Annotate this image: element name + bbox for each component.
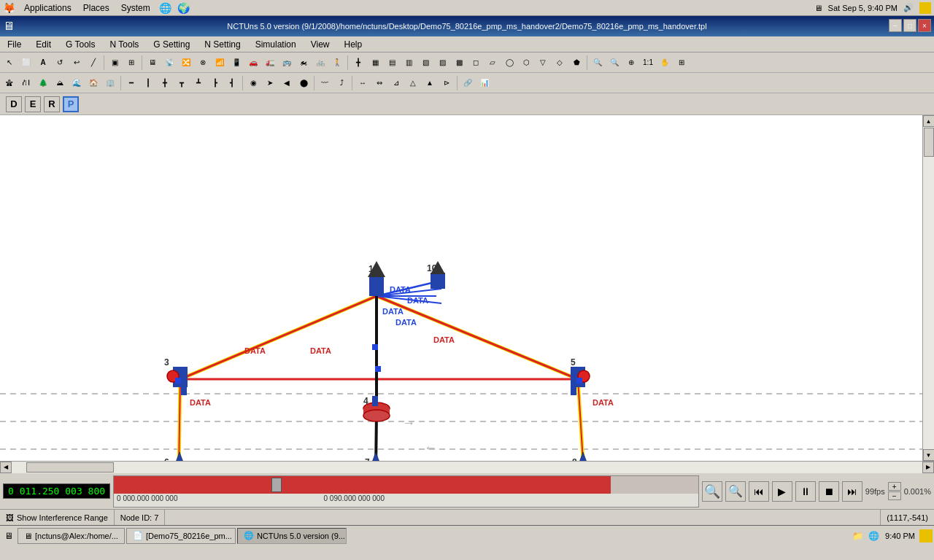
text-tool[interactable]: A xyxy=(35,55,51,71)
zoom-reset-btn[interactable]: 1:1 xyxy=(640,55,656,71)
node-car[interactable]: 🚗 xyxy=(245,55,261,71)
misc-tool-6[interactable]: ⊳ xyxy=(439,75,455,91)
vertical-scrollbar[interactable]: ▲ ▼ xyxy=(922,115,934,461)
road-seg-7[interactable]: ┫ xyxy=(224,75,240,91)
zoom-fit-btn[interactable]: ⊕ xyxy=(623,55,639,71)
line-tool[interactable]: ╱ xyxy=(85,55,101,71)
road-seg-2[interactable]: ┃ xyxy=(140,75,156,91)
stop-button[interactable]: ⏹ xyxy=(819,481,839,502)
menu-simulation[interactable]: Simulation xyxy=(251,39,301,50)
maximize-button[interactable]: □ xyxy=(903,19,916,32)
path-tool-2[interactable]: ⤴ xyxy=(333,75,350,91)
scroll-track[interactable] xyxy=(923,127,935,449)
grid-tool[interactable]: ⊞ xyxy=(674,55,690,71)
misc-tool-3[interactable]: ⊿ xyxy=(388,75,404,91)
terrain-3[interactable]: 🌊 xyxy=(69,75,85,91)
conn-tool-1[interactable]: ╋ xyxy=(350,55,366,71)
menu-file[interactable]: File xyxy=(3,39,26,50)
terrain-4[interactable]: 🏠 xyxy=(85,75,101,91)
scroll-thumb[interactable] xyxy=(924,128,934,157)
volume-icon[interactable]: 🔊 xyxy=(903,3,914,12)
horizontal-scrollbar[interactable]: ◀ ▶ xyxy=(0,461,934,472)
network-canvas[interactable]: → ← xyxy=(0,115,922,461)
zoom-in-btn[interactable]: 🔍 xyxy=(590,55,606,71)
goto-end-button[interactable]: ⏭ xyxy=(842,481,862,502)
node-mobile[interactable]: 📱 xyxy=(228,55,244,71)
derp-d-button[interactable]: D xyxy=(6,96,22,112)
waypoint-1[interactable]: ◉ xyxy=(245,75,261,91)
path-tool-1[interactable]: 〰 xyxy=(317,75,333,91)
zoom-out-search-button[interactable]: 🔍 xyxy=(725,481,746,502)
waypoint-2[interactable]: ➤ xyxy=(262,75,278,91)
node-ped[interactable]: 🚶 xyxy=(329,55,345,71)
tray-folder[interactable]: 📁 xyxy=(850,529,865,543)
conn-tool-6[interactable]: ▨ xyxy=(434,55,450,71)
shape-tool-4[interactable]: ⬡ xyxy=(518,55,534,71)
hscroll-thumb[interactable] xyxy=(26,462,114,472)
close-button[interactable]: × xyxy=(918,19,931,32)
node-tool-2[interactable]: ⊞ xyxy=(123,55,139,71)
globe-icon[interactable]: 🌍 xyxy=(177,2,190,14)
menu-ntools[interactable]: N Tools xyxy=(106,39,144,50)
applications-menu[interactable]: Applications xyxy=(21,3,74,13)
hscroll-track[interactable] xyxy=(12,462,922,473)
terrain-1[interactable]: 🌲 xyxy=(35,75,51,91)
road-tool-2[interactable]: ⛙ xyxy=(18,75,34,91)
road-tool-1[interactable]: 🛣 xyxy=(1,75,18,91)
taskbar-demo-button[interactable]: 📄 [Demo75_80216e_pm... xyxy=(126,528,236,544)
road-seg-1[interactable]: ━ xyxy=(123,75,139,91)
waypoint-3[interactable]: ◀ xyxy=(279,75,295,91)
conn-tool-2[interactable]: ▦ xyxy=(367,55,383,71)
hscroll-left-arrow[interactable]: ◀ xyxy=(0,462,12,473)
misc-tool-1[interactable]: ↔ xyxy=(355,75,371,91)
derp-e-button[interactable]: E xyxy=(25,96,41,112)
node-ap[interactable]: 📶 xyxy=(212,55,228,71)
speed-increase-button[interactable]: + xyxy=(888,482,901,491)
tray-network[interactable]: 🌐 xyxy=(866,529,881,543)
pan-tool[interactable]: ✋ xyxy=(657,55,673,71)
node-switch[interactable]: 🔀 xyxy=(178,55,194,71)
places-menu[interactable]: Places xyxy=(80,3,112,13)
waypoint-4[interactable]: ⬤ xyxy=(296,75,312,91)
zoom-search-button[interactable]: 🔍 xyxy=(702,481,722,502)
shape-tool-3[interactable]: ◯ xyxy=(501,55,517,71)
misc-tool-4[interactable]: △ xyxy=(405,75,421,91)
node-router[interactable]: 📡 xyxy=(161,55,177,71)
hscroll-right-arrow[interactable]: ▶ xyxy=(922,462,934,473)
scroll-up-arrow[interactable]: ▲ xyxy=(923,115,935,127)
terrain-2[interactable]: ⛰ xyxy=(52,75,68,91)
terrain-5[interactable]: 🏢 xyxy=(102,75,118,91)
goto-start-button[interactable]: ⏮ xyxy=(749,481,769,502)
shape-tool-2[interactable]: ▱ xyxy=(485,55,501,71)
node-tool-1[interactable]: ▣ xyxy=(107,55,123,71)
node-truck[interactable]: 🚛 xyxy=(262,55,278,71)
progress-bar[interactable] xyxy=(114,476,698,494)
road-seg-5[interactable]: ┻ xyxy=(190,75,207,91)
play-button[interactable]: ▶ xyxy=(772,481,792,502)
misc-tool-2[interactable]: ⇔ xyxy=(371,75,387,91)
undo-tool[interactable]: ↩ xyxy=(69,55,85,71)
node-hub[interactable]: ⊗ xyxy=(195,55,211,71)
taskbar-nctuns-button[interactable]: 🌐 NCTUns 5.0 version (9... xyxy=(237,528,347,544)
minimize-button[interactable]: − xyxy=(889,19,902,32)
scroll-down-arrow[interactable]: ▼ xyxy=(923,449,935,461)
menu-gsetting[interactable]: G Setting xyxy=(149,39,194,50)
progress-area[interactable]: 0 000.000 000 000 0 090.000 000 000 xyxy=(113,475,699,508)
select-tool[interactable]: ↖ xyxy=(1,55,18,71)
node-bike[interactable]: 🚲 xyxy=(312,55,328,71)
menu-edit[interactable]: Edit xyxy=(31,39,55,50)
conn-tool-7[interactable]: ▩ xyxy=(451,55,467,71)
progress-thumb[interactable] xyxy=(271,478,282,492)
rect-tool[interactable]: ⬜ xyxy=(18,55,34,71)
net-tool-2[interactable]: 📊 xyxy=(476,75,493,91)
derp-p-button[interactable]: P xyxy=(63,96,79,112)
shape-tool-6[interactable]: ◇ xyxy=(552,55,568,71)
road-seg-6[interactable]: ┣ xyxy=(207,75,223,91)
conn-tool-5[interactable]: ▧ xyxy=(417,55,433,71)
menu-nsetting[interactable]: N Setting xyxy=(200,39,244,50)
conn-tool-3[interactable]: ▤ xyxy=(384,55,400,71)
net-tool-1[interactable]: 🔗 xyxy=(460,75,476,91)
firefox-icon[interactable]: 🌐 xyxy=(159,2,171,14)
shape-tool-5[interactable]: ▽ xyxy=(535,55,551,71)
conn-tool-4[interactable]: ▥ xyxy=(401,55,417,71)
